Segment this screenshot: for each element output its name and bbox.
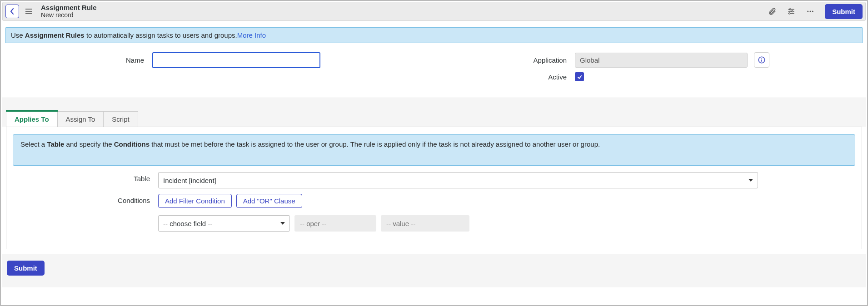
form-section: Name Application Global [2,43,866,98]
svg-point-8 [789,13,790,14]
chevron-left-icon [10,8,15,15]
section-gap [2,98,866,111]
form-col-right: Application Global [443,48,866,86]
svg-point-10 [810,11,811,12]
info-banner-rest: to automatically assign tasks to users a… [85,31,237,39]
tab-assign-to[interactable]: Assign To [57,111,104,127]
svg-point-14 [761,58,762,59]
conditions-label: Conditions [13,194,158,204]
table-select[interactable]: Incident [incident] [158,172,758,188]
svg-point-11 [812,11,813,12]
name-input[interactable] [152,52,320,68]
hamburger-icon [25,8,32,15]
sliders-icon [787,7,795,15]
ap-banner-lead: Select a [20,140,47,148]
tab-script[interactable]: Script [103,111,138,127]
svg-point-9 [807,11,808,12]
add-or-clause-button[interactable]: Add "OR" Clause [236,194,302,208]
more-actions-button[interactable] [803,4,818,19]
condition-value: -- value -- [381,215,469,232]
chevron-down-icon [748,179,753,182]
back-button[interactable] [5,5,19,18]
footer-area: Submit [2,254,866,287]
svg-point-6 [792,11,793,12]
svg-point-4 [789,9,791,10]
name-label: Name [2,56,152,64]
ap-banner-mid: and specify the [64,140,114,148]
ellipsis-icon [806,7,814,15]
application-label: Application [443,56,575,64]
page-subtitle: New record [41,12,97,19]
table-select-value: Incident [incident] [163,177,216,184]
chevron-down-icon [280,222,285,225]
ap-banner-bold2: Conditions [114,140,150,148]
ap-banner-rest: that must be met before the task is assi… [150,140,600,148]
info-icon [758,56,766,64]
body-area: Use Assignment Rules to automatically as… [2,27,866,287]
application-info-button[interactable] [754,52,769,68]
info-banner: Use Assignment Rules to automatically as… [5,27,863,43]
applies-to-panel: Select a Table and specify the Condition… [6,127,862,249]
form-menu-button[interactable] [24,6,34,16]
condition-field-placeholder: -- choose field -- [163,220,212,227]
add-filter-condition-button[interactable]: Add Filter Condition [158,194,232,208]
condition-value-placeholder: -- value -- [386,220,415,227]
tabs-wrap: Applies To Assign To Script [2,111,866,127]
personalize-button[interactable] [784,4,798,19]
active-label: Active [443,73,575,81]
title-block: Assignment Rule New record [41,4,97,19]
submit-button-footer[interactable]: Submit [7,261,45,276]
paperclip-icon [768,7,776,15]
condition-operator-placeholder: -- oper -- [300,220,326,227]
form-col-left: Name [2,48,425,86]
check-icon [577,74,583,80]
condition-operator: -- oper -- [294,215,376,232]
app-frame: Assignment Rule New record Submit [0,0,868,306]
info-banner-bold: Assignment Rules [25,31,85,39]
submit-button[interactable]: Submit [825,4,863,19]
tab-strip: Applies To Assign To Script [6,111,862,127]
header-bar: Assignment Rule New record Submit [2,2,866,21]
active-checkbox[interactable] [575,72,584,81]
more-info-link[interactable]: More Info [237,31,266,39]
application-value: Global [580,56,599,64]
applies-to-banner: Select a Table and specify the Condition… [13,134,855,166]
attachments-button[interactable] [765,4,779,19]
ap-banner-bold1: Table [47,140,64,148]
table-label: Table [13,172,158,183]
page-title: Assignment Rule [41,4,97,12]
tab-applies-to[interactable]: Applies To [6,111,58,127]
condition-field-select[interactable]: -- choose field -- [158,215,290,232]
info-banner-lead: Use [11,31,25,39]
application-field: Global [575,53,748,68]
